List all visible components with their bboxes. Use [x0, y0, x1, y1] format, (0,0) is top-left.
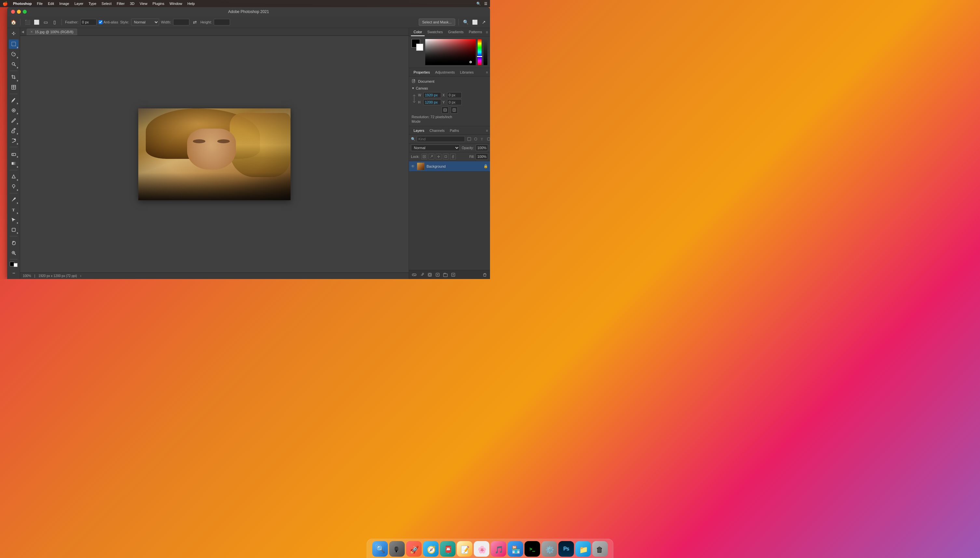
add-group-btn[interactable] — [442, 271, 449, 278]
search-icon[interactable]: 🔍 — [476, 2, 481, 6]
tab-gradients[interactable]: Gradients — [445, 28, 466, 36]
tab-patterns[interactable]: Patterns — [466, 28, 485, 36]
color-gradient-picker[interactable] — [425, 39, 476, 65]
tab-paths[interactable]: Paths — [447, 126, 462, 135]
canvas-height-value[interactable]: 1200 px — [423, 99, 441, 105]
status-arrow[interactable]: › — [80, 274, 81, 278]
brush-tool[interactable] — [9, 116, 18, 125]
pen-tool[interactable] — [9, 195, 18, 204]
width-input[interactable] — [173, 19, 189, 25]
tab-layers[interactable]: Layers — [411, 126, 427, 135]
menu-image[interactable]: Image — [59, 2, 69, 5]
tab-channels[interactable]: Channels — [427, 126, 447, 135]
marquee-single-col-btn[interactable]: ▯ — [51, 18, 58, 26]
dodge-tool[interactable] — [9, 182, 18, 191]
tab-close-icon[interactable]: ✕ — [30, 30, 33, 33]
lock-artboard-btn[interactable] — [443, 154, 449, 159]
anti-alias-checkbox[interactable] — [98, 20, 103, 24]
filter-pixel-btn[interactable] — [466, 136, 472, 142]
add-mask-btn[interactable] — [427, 271, 433, 278]
canvas-icon-1[interactable] — [442, 107, 449, 113]
fill-value[interactable]: 100% — [476, 153, 488, 160]
color-panel-menu[interactable]: ≡ — [486, 30, 488, 34]
clone-tool[interactable] — [9, 126, 18, 135]
marquee-rect-btn[interactable]: ⬛ — [24, 18, 31, 26]
lock-pixels-btn[interactable] — [421, 154, 427, 159]
eraser-tool[interactable] — [9, 149, 18, 158]
canvas-icon-2[interactable] — [451, 107, 458, 113]
apple-menu[interactable]: 🍎 — [3, 1, 8, 6]
slice-tool[interactable] — [9, 83, 18, 92]
lock-all-btn[interactable] — [450, 154, 456, 159]
layer-item-background[interactable]: 👁 Background 🔒 — [409, 161, 490, 172]
layers-search-input[interactable] — [417, 136, 465, 142]
style-select[interactable]: Normal Fixed Ratio Fixed Size — [131, 18, 159, 26]
tab-properties[interactable]: Properties — [411, 68, 432, 76]
feather-input[interactable] — [80, 19, 97, 25]
menu-filter[interactable]: Filter — [117, 2, 124, 5]
menu-icon[interactable]: ☰ — [484, 2, 488, 6]
tab-libraries[interactable]: Libraries — [458, 68, 476, 76]
add-effect-btn[interactable] — [419, 271, 425, 278]
minimize-button[interactable] — [17, 10, 21, 14]
menu-help[interactable]: Help — [187, 2, 195, 5]
filter-shape-btn[interactable] — [486, 136, 490, 142]
lock-paint-btn[interactable] — [429, 154, 434, 159]
blur-tool[interactable] — [9, 172, 18, 181]
filter-type-btn[interactable]: T — [479, 136, 485, 142]
x-coord-value[interactable]: 0 px — [447, 92, 462, 98]
filter-adjust-btn[interactable] — [473, 136, 479, 142]
menu-file[interactable]: File — [37, 2, 43, 5]
panel-collapse-left[interactable]: ◀ — [21, 30, 27, 33]
lasso-tool[interactable] — [9, 49, 18, 59]
menu-plugins[interactable]: Plugins — [152, 2, 164, 5]
home-button[interactable]: 🏠 — [10, 18, 17, 26]
menu-window[interactable]: Window — [170, 2, 182, 5]
fullscreen-button[interactable] — [23, 10, 27, 14]
history-brush[interactable] — [9, 136, 18, 145]
layer-visibility-icon[interactable]: 👁 — [411, 164, 415, 169]
hue-slider[interactable] — [478, 39, 481, 65]
share-btn[interactable]: ↗ — [480, 18, 488, 26]
healing-tool[interactable] — [9, 105, 18, 115]
marquee-tool[interactable] — [9, 39, 18, 49]
marquee-ellipse-btn[interactable]: ⬜ — [33, 18, 40, 26]
crop-tool[interactable] — [9, 72, 18, 82]
background-color[interactable] — [416, 44, 423, 51]
opacity-slider[interactable] — [484, 39, 488, 65]
bg-color-chip[interactable] — [14, 263, 18, 267]
lock-move-btn[interactable] — [436, 154, 442, 159]
blend-mode-select[interactable]: Normal Dissolve Multiply Screen — [411, 144, 460, 151]
menu-select[interactable]: Select — [101, 2, 111, 5]
link-layers-btn[interactable] — [411, 271, 417, 278]
add-layer-btn[interactable] — [450, 271, 456, 278]
marquee-single-row-btn[interactable]: ▭ — [42, 18, 49, 26]
menu-layer[interactable]: Layer — [75, 2, 83, 5]
move-tool[interactable] — [9, 29, 18, 39]
select-mask-button[interactable]: Select and Mask... — [419, 18, 455, 26]
path-select-tool[interactable] — [9, 215, 18, 225]
add-adjustment-btn[interactable] — [434, 271, 441, 278]
canvas-content[interactable] — [20, 36, 409, 272]
menu-type[interactable]: Type — [88, 2, 96, 5]
hand-tool[interactable] — [9, 238, 18, 248]
tab-color[interactable]: Color — [411, 28, 425, 36]
quick-select-tool[interactable] — [9, 59, 18, 69]
tab-adjustments[interactable]: Adjustments — [432, 68, 458, 76]
y-coord-value[interactable]: 0 px — [447, 99, 462, 105]
properties-menu[interactable]: ≡ — [486, 70, 488, 74]
type-tool[interactable]: T — [9, 205, 18, 215]
menu-edit[interactable]: Edit — [48, 2, 54, 5]
view-extra-btn[interactable]: ⬜ — [471, 18, 478, 26]
more-tools-btn[interactable]: ··· — [9, 268, 18, 278]
layers-panel-menu[interactable]: ≡ — [486, 129, 488, 133]
gradient-tool[interactable] — [9, 159, 18, 168]
menu-view[interactable]: View — [139, 2, 147, 5]
close-button[interactable] — [11, 10, 15, 14]
tab-swatches[interactable]: Swatches — [425, 28, 445, 36]
eyedropper-tool[interactable] — [9, 95, 18, 105]
height-input[interactable] — [214, 19, 230, 25]
menu-3d[interactable]: 3D — [130, 2, 134, 5]
search-button[interactable]: 🔍 — [462, 18, 469, 26]
zoom-tool[interactable] — [9, 248, 18, 258]
